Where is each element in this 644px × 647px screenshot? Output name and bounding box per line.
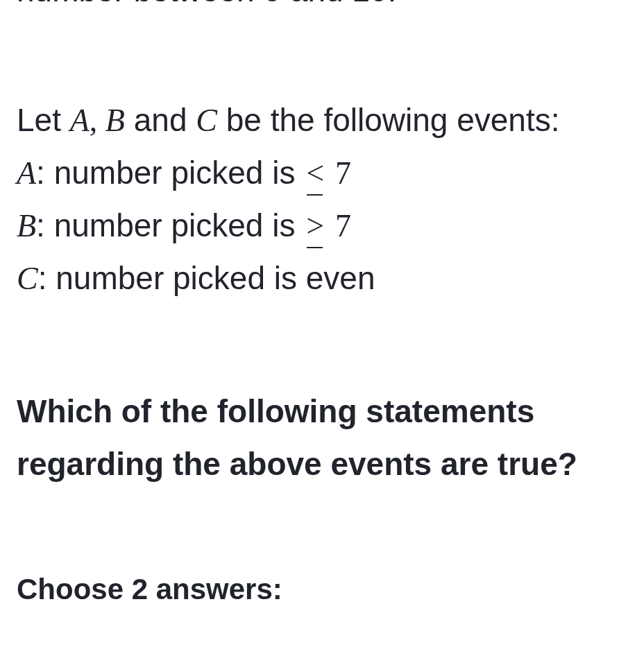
event-a-desc: : number picked is	[36, 155, 304, 191]
geq-symbol: >	[306, 200, 324, 252]
intro-and: and	[125, 102, 196, 138]
events-intro: Let A, B and C be the following events:	[17, 94, 627, 147]
event-c-desc: : number picked is even	[38, 260, 375, 296]
event-c-label: C	[17, 261, 38, 296]
variable-b: B	[105, 103, 125, 138]
variable-c: C	[196, 103, 217, 138]
event-b-label: B	[17, 208, 36, 243]
choose-instruction: Choose 2 answers:	[17, 573, 627, 606]
event-b-desc: : number picked is	[36, 207, 304, 243]
event-a-label: A	[17, 155, 36, 191]
event-b-num: 7	[335, 208, 351, 243]
question-text: Which of the following statements regard…	[17, 386, 627, 491]
intro-text-1: Let	[17, 102, 70, 138]
intro-text-2: be the following events:	[217, 102, 560, 138]
variable-a: A	[70, 103, 90, 138]
event-b-line: B: number picked is > 7	[17, 200, 627, 252]
truncated-previous-text: number between 0 and 10.	[17, 0, 627, 12]
comma: ,	[90, 103, 105, 138]
event-c-line: C: number picked is even	[17, 252, 627, 305]
events-definitions: A: number picked is < 7 B: number picked…	[17, 147, 627, 305]
leq-symbol: <	[306, 147, 324, 200]
event-a-line: A: number picked is < 7	[17, 147, 627, 200]
event-a-num: 7	[335, 155, 351, 191]
